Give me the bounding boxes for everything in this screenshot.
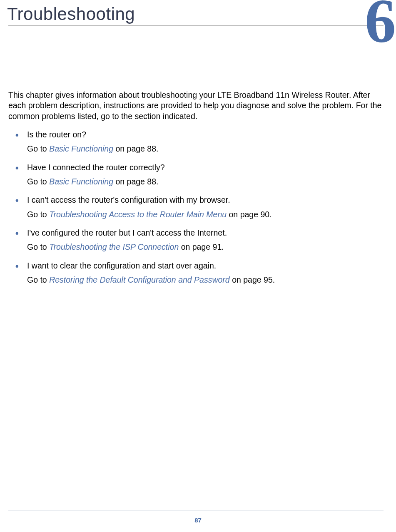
goto-prefix: Go to xyxy=(27,177,49,186)
goto-text: Go to Troubleshooting Access to the Rout… xyxy=(27,209,384,220)
list-item: Have I connected the router correctly? G… xyxy=(27,162,384,187)
list-item: I want to clear the configuration and st… xyxy=(27,260,384,286)
chapter-number: 6 xyxy=(365,0,396,52)
list-item: I can't access the router's configuratio… xyxy=(27,194,384,220)
link[interactable]: Troubleshooting the ISP Connection xyxy=(49,242,179,251)
page-number: 87 xyxy=(0,517,396,524)
goto-suffix: on page 91. xyxy=(179,242,224,251)
list-item: I've configured the router but I can't a… xyxy=(27,227,384,253)
link[interactable]: Restoring the Default Configuration and … xyxy=(49,275,230,284)
goto-suffix: on page 90. xyxy=(227,210,271,219)
link[interactable]: Troubleshooting Access to the Router Mai… xyxy=(49,210,227,219)
goto-prefix: Go to xyxy=(27,242,49,251)
list-item: Is the router on? Go to Basic Functionin… xyxy=(27,129,384,154)
question-text: I want to clear the configuration and st… xyxy=(27,260,384,271)
goto-text: Go to Basic Functioning on page 88. xyxy=(27,176,384,187)
goto-suffix: on page 88. xyxy=(113,144,158,153)
question-text: Have I connected the router correctly? xyxy=(27,162,384,173)
goto-prefix: Go to xyxy=(27,275,49,284)
question-text: I've configured the router but I can't a… xyxy=(27,227,384,238)
footer-divider xyxy=(8,510,384,510)
goto-suffix: on page 95. xyxy=(230,275,275,284)
question-text: Is the router on? xyxy=(27,129,384,140)
goto-text: Go to Basic Functioning on page 88. xyxy=(27,143,384,154)
page-title: Troubleshooting xyxy=(7,4,384,24)
intro-paragraph: This chapter gives information about tro… xyxy=(8,90,384,122)
goto-text: Go to Restoring the Default Configuratio… xyxy=(27,274,384,285)
goto-suffix: on page 88. xyxy=(113,177,158,186)
title-divider xyxy=(8,25,384,25)
goto-text: Go to Troubleshooting the ISP Connection… xyxy=(27,241,384,252)
link[interactable]: Basic Functioning xyxy=(49,177,113,186)
question-text: I can't access the router's configuratio… xyxy=(27,194,384,205)
goto-prefix: Go to xyxy=(27,210,49,219)
troubleshooting-list: Is the router on? Go to Basic Functionin… xyxy=(8,129,384,285)
goto-prefix: Go to xyxy=(27,144,49,153)
link[interactable]: Basic Functioning xyxy=(49,144,113,153)
